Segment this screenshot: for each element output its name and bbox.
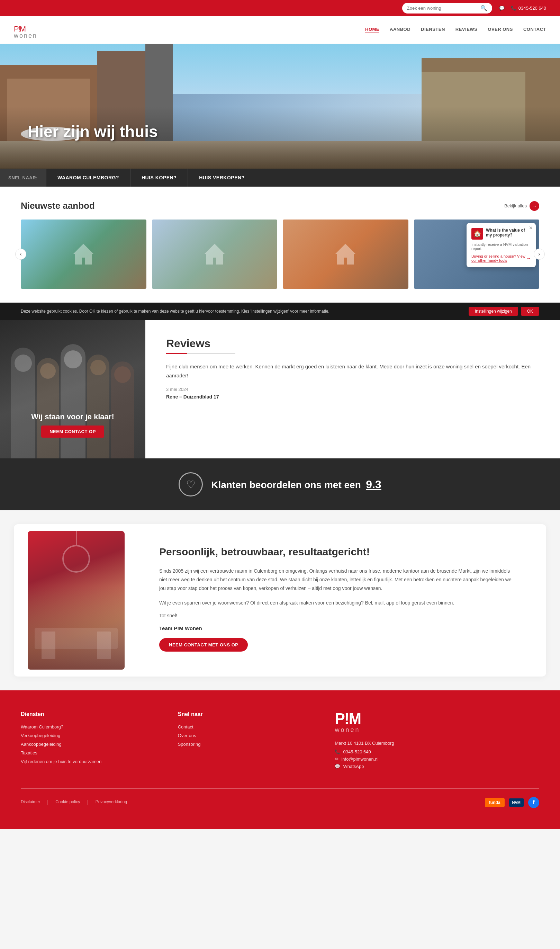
- property-card-1[interactable]: [21, 219, 146, 289]
- quick-nav-label: Snel naar:: [0, 169, 46, 186]
- footer-disclaimer[interactable]: Disclaimer: [21, 800, 40, 806]
- nav-contact[interactable]: CONTACT: [523, 27, 546, 33]
- footer-bottom-links: Disclaimer | Cookie policy | Privacyverk…: [21, 800, 127, 806]
- phone-contact[interactable]: 📞 0345-520 640: [511, 6, 546, 11]
- logo-pm: P!M: [14, 20, 37, 34]
- logo[interactable]: P!M wonen: [14, 20, 37, 40]
- footer-link-sponsoring[interactable]: Sponsoring: [178, 742, 314, 747]
- team-overlay: Wij staan voor je klaar! NEEM CONTACT OP: [0, 412, 145, 438]
- footer-link-aankoop[interactable]: Aankoopbegeleiding: [21, 742, 157, 747]
- hero-section: Hier zijn wij thuis: [0, 44, 560, 169]
- carousel-prev-btn[interactable]: ‹: [15, 249, 26, 260]
- property-card-4[interactable]: ✕ 🏠 What is the value of my property? In…: [414, 219, 540, 289]
- funda-badge: funda: [485, 798, 505, 807]
- about-cta-btn[interactable]: NEEM CONTACT MET ONS OP: [159, 638, 248, 652]
- footer: Diensten Waarom Culemborg? Verkoopbegele…: [0, 690, 560, 829]
- about-sign: Team P!M Wonen: [159, 625, 518, 631]
- cookie-ok-btn[interactable]: OK: [521, 307, 539, 316]
- footer-snel-naar: Snel naar Contact Over ons Sponsoring: [178, 711, 314, 771]
- email-icon: ✉: [335, 756, 338, 762]
- footer-contact-col: P!M wonen Markt 16 4101 BX Culemborg 📞 0…: [335, 711, 539, 771]
- quick-nav-verkopen[interactable]: HUIS VERKOPEN?: [188, 169, 255, 186]
- phone-icon: 📞: [511, 6, 516, 11]
- footer-link-over-ons[interactable]: Over ons: [178, 733, 314, 738]
- footer-link-culemborg[interactable]: Waarom Culemborg?: [21, 724, 157, 730]
- search-box[interactable]: 🔍: [402, 3, 492, 14]
- about-para3: Tot snel!: [159, 613, 518, 618]
- review-author: Rene – Duizendblad 17: [166, 394, 539, 399]
- footer-logo: P!M wonen: [335, 711, 539, 734]
- reviews-team-inner: Wij staan voor je klaar! NEEM CONTACT OP…: [0, 320, 560, 458]
- nav-diensten[interactable]: DIENSTEN: [421, 27, 445, 33]
- aanbod-header: Nieuwste aanbod Bekijk alles →: [21, 200, 539, 211]
- footer-email[interactable]: ✉ info@pimwonen.nl: [335, 756, 539, 762]
- house-icon-3: [332, 240, 359, 268]
- search-input[interactable]: [407, 6, 478, 11]
- popup-subtitle: Instantly receive a NVM valuation report…: [471, 242, 531, 251]
- whatsapp-contact[interactable]: 💬: [499, 6, 505, 11]
- rating-text: Klanten beoordelen ons met een: [211, 479, 361, 490]
- nav-reviews[interactable]: REVIEWS: [455, 27, 477, 33]
- search-icon: 🔍: [480, 5, 487, 11]
- footer-diensten-title: Diensten: [21, 711, 157, 717]
- reviews-team-section: Wij staan voor je klaar! NEEM CONTACT OP…: [0, 320, 560, 510]
- footer-phone[interactable]: 📞 0345-520 640: [335, 749, 539, 755]
- reviews-divider: [166, 353, 235, 354]
- aanbod-title: Nieuwste aanbod: [21, 200, 95, 211]
- popup-title: What is the value of my property?: [486, 228, 531, 237]
- cookie-settings-btn[interactable]: Instellingen wijzigen: [469, 307, 518, 316]
- property-card-3[interactable]: [283, 219, 408, 289]
- property-card-2[interactable]: [152, 219, 278, 289]
- about-para2: Wil je even sparren over je woonwensen? …: [159, 599, 518, 607]
- review-text: Fijne club mensen om mee te werken. Kenn…: [166, 362, 539, 380]
- footer-bottom: Disclaimer | Cookie policy | Privacyverk…: [21, 788, 539, 808]
- quick-nav-kopen[interactable]: HUIS KOPEN?: [130, 169, 188, 186]
- popup-widget: ✕ 🏠 What is the value of my property? In…: [466, 223, 536, 267]
- footer-whatsapp[interactable]: 💬 WhatsApp: [335, 764, 539, 769]
- property-grid: ✕ 🏠 What is the value of my property? In…: [21, 219, 539, 289]
- footer-grid: Diensten Waarom Culemborg? Verkoopbegele…: [21, 711, 539, 771]
- reviews-title: Reviews: [166, 337, 539, 350]
- facebook-icon[interactable]: f: [528, 797, 539, 808]
- footer-logo-wonen: wonen: [335, 726, 360, 734]
- footer-cookie-policy[interactable]: Cookie policy: [55, 800, 80, 806]
- about-content: Persoonlijk, betrouwbaar, resultaatgeric…: [145, 531, 532, 666]
- logo-wonen: wonen: [14, 32, 37, 40]
- footer-link-verduurzamen[interactable]: Vijf redenen om je huis te verduurzamen: [21, 759, 157, 764]
- bekijk-alles-link[interactable]: Bekijk alles →: [504, 201, 539, 211]
- svg-marker-2: [335, 244, 356, 265]
- footer-privacy[interactable]: Privacyverklaring: [95, 800, 127, 806]
- rating-text-block: Klanten beoordelen ons met een 9.3: [211, 478, 381, 491]
- nav-home[interactable]: HOME: [365, 27, 379, 33]
- about-image: [28, 531, 125, 670]
- review-date: 3 mei 2024: [166, 387, 539, 392]
- footer-link-contact[interactable]: Contact: [178, 724, 314, 730]
- footer-address: Markt 16 4101 BX Culemborg: [335, 741, 539, 746]
- popup-close-btn[interactable]: ✕: [529, 225, 533, 231]
- carousel-next-btn[interactable]: ›: [534, 249, 545, 260]
- nav-over-ons[interactable]: OVER ONS: [488, 27, 513, 33]
- whatsapp-icon: 💬: [499, 6, 505, 11]
- team-tagline: Wij staan voor je klaar!: [0, 412, 145, 421]
- property-carousel: ‹: [21, 219, 539, 289]
- footer-snel-naar-title: Snel naar: [178, 711, 314, 717]
- bekijk-alles-text: Bekijk alles: [504, 203, 527, 208]
- about-title: Persoonlijk, betrouwbaar, resultaatgeric…: [159, 545, 518, 558]
- popup-house-icon: 🏠: [471, 228, 483, 240]
- footer-badges: funda NVM f: [485, 797, 539, 808]
- house-icon-1: [69, 240, 97, 268]
- phone-number: 0345-520 640: [518, 6, 546, 11]
- svg-marker-1: [204, 244, 225, 265]
- team-contact-btn[interactable]: NEEM CONTACT OP: [41, 425, 104, 438]
- bekijk-alles-icon: →: [529, 201, 539, 211]
- footer-link-taxaties[interactable]: Taxaties: [21, 750, 157, 755]
- popup-link[interactable]: Buying or selling a house? View our othe…: [471, 254, 526, 262]
- aanbod-section: Nieuwste aanbod Bekijk alles → ‹: [0, 186, 560, 303]
- nav-aanbod[interactable]: AANBOD: [390, 27, 411, 33]
- about-para1: Sinds 2005 zijn wij een vertrouwde naam …: [159, 567, 518, 593]
- quick-nav-culemborg[interactable]: WAAROM CULEMBORG?: [46, 169, 130, 186]
- reviews-content: Reviews Fijne club mensen om mee te werk…: [145, 320, 560, 458]
- phone-icon: 📞: [335, 749, 340, 755]
- footer-link-verkoop[interactable]: Verkoopbegeleiding: [21, 733, 157, 738]
- main-header: P!M wonen HOME AANBOD DIENSTEN REVIEWS O…: [0, 16, 560, 44]
